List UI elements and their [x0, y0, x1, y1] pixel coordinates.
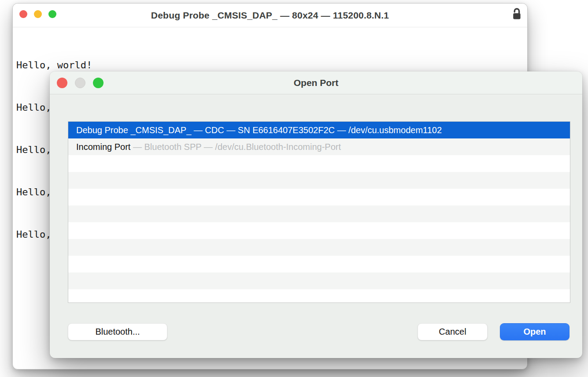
terminal-titlebar[interactable]: Debug Probe _CMSIS_DAP_ — 80x24 — 115200…	[13, 4, 527, 27]
dialog-title: Open Port	[50, 71, 582, 94]
unlocked-padlock-icon	[511, 7, 523, 22]
open-button[interactable]: Open	[500, 323, 570, 340]
port-list-row-empty	[68, 189, 570, 205]
port-list-row-empty	[68, 205, 570, 222]
dialog-titlebar[interactable]: Open Port	[50, 71, 582, 94]
port-list-row-empty	[68, 172, 570, 189]
open-port-dialog: Open Port Debug Probe _CMSIS_DAP_ — CDC …	[50, 71, 582, 358]
port-list-row-incoming-port[interactable]: Incoming Port — Bluetooth SPP — /dev/cu.…	[68, 138, 570, 155]
port-list-row-empty	[68, 222, 570, 239]
port-row-secondary-text: — Bluetooth SPP — /dev/cu.Bluetooth-Inco…	[130, 142, 341, 152]
cancel-button[interactable]: Cancel	[418, 323, 488, 340]
terminal-line: Hello, world!	[16, 58, 524, 72]
port-list-row-empty	[68, 272, 570, 289]
port-list[interactable]: Debug Probe _CMSIS_DAP_ — CDC — SN E6616…	[68, 121, 570, 303]
terminal-window-title: Debug Probe _CMSIS_DAP_ — 80x24 — 115200…	[13, 4, 527, 27]
port-list-row-debug-probe[interactable]: Debug Probe _CMSIS_DAP_ — CDC — SN E6616…	[68, 122, 570, 138]
port-row-primary-text: Debug Probe _CMSIS_DAP_	[76, 125, 191, 135]
port-list-row-empty	[68, 289, 570, 303]
port-list-row-empty	[68, 256, 570, 272]
port-list-row-empty	[68, 239, 570, 256]
bluetooth-button[interactable]: Bluetooth...	[68, 323, 167, 340]
port-list-row-empty	[68, 155, 570, 172]
port-row-primary-text: Incoming Port	[76, 142, 130, 152]
port-row-secondary-text: — CDC — SN E6616407E3502F2C — /dev/cu.us…	[191, 125, 442, 135]
